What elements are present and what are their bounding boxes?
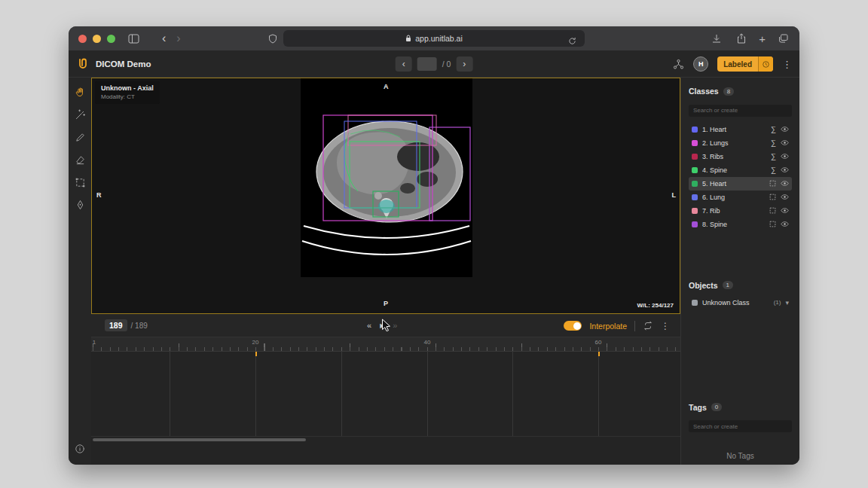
series-name: Unknown - Axial xyxy=(101,84,154,92)
class-color-swatch xyxy=(692,208,698,214)
modality-label: Modality: CT xyxy=(101,93,154,100)
address-bar[interactable]: app.unitlab.ai xyxy=(283,30,585,47)
tags-search-input[interactable] xyxy=(689,420,792,432)
keyframe-marker[interactable] xyxy=(598,352,600,356)
eye-icon[interactable] xyxy=(781,139,789,146)
eye-icon[interactable] xyxy=(781,126,789,133)
timeline-footer xyxy=(91,437,680,465)
gridline xyxy=(170,352,170,436)
reload-icon[interactable] xyxy=(564,33,579,48)
labeled-status-button[interactable]: Labeled xyxy=(717,56,773,72)
workspace: Unknown - Axial Modality: CT A R L P W/L… xyxy=(91,78,680,465)
header-menu-icon[interactable]: ⋮ xyxy=(782,59,792,70)
class-color-swatch xyxy=(692,194,698,200)
new-tab-icon[interactable]: + xyxy=(759,33,766,44)
bounding-box-tool[interactable] xyxy=(72,174,88,191)
prev-frame-button[interactable]: ‹ xyxy=(396,56,412,72)
segmentation-icon[interactable]: ∑ xyxy=(771,166,776,174)
class-row[interactable]: 6. Lung xyxy=(689,191,792,204)
project-title: DICOM Demo xyxy=(96,59,151,69)
class-row[interactable]: 8. Spine xyxy=(689,218,792,231)
viewer-canvas[interactable]: Unknown - Axial Modality: CT A R L P W/L… xyxy=(91,78,680,314)
class-color-swatch xyxy=(692,167,698,173)
frame-counter-total: / 0 xyxy=(442,59,451,69)
polygon-pen-tool[interactable] xyxy=(72,197,88,213)
class-row[interactable]: 3. Ribs ∑ xyxy=(689,150,792,163)
gridline xyxy=(255,352,256,436)
keyframe-marker[interactable] xyxy=(255,352,257,356)
object-count: (1) xyxy=(774,299,781,306)
zoom-window-button[interactable] xyxy=(107,35,115,43)
classes-search-input[interactable] xyxy=(689,105,792,117)
tab-overview-icon[interactable] xyxy=(775,31,790,46)
total-frames-label: / 189 xyxy=(131,322,148,330)
tags-search xyxy=(689,418,792,433)
segmentation-icon[interactable]: ∑ xyxy=(771,126,776,133)
url-text: app.unitlab.ai xyxy=(415,34,462,43)
eye-icon[interactable] xyxy=(781,207,789,214)
timeline-menu-icon[interactable]: ⋮ xyxy=(661,321,670,331)
eye-icon[interactable] xyxy=(781,194,789,200)
bbox-icon[interactable] xyxy=(769,207,776,214)
class-label: 2. Lungs xyxy=(702,139,766,147)
brush-tool[interactable] xyxy=(72,129,88,145)
eye-icon[interactable] xyxy=(781,180,789,187)
eraser-tool[interactable] xyxy=(72,151,88,168)
magic-wand-tool[interactable] xyxy=(72,106,88,123)
segmentation-icon[interactable]: ∑ xyxy=(771,153,776,160)
history-clock-icon[interactable] xyxy=(758,56,773,72)
class-label: 3. Ribs xyxy=(702,153,766,160)
workflow-icon[interactable] xyxy=(673,59,684,70)
bbox-icon[interactable] xyxy=(769,194,776,200)
browser-toolbar: ‹ › app.unitlab.ai + xyxy=(69,26,799,50)
orientation-posterior: P xyxy=(384,300,388,307)
avatar[interactable]: H xyxy=(693,56,708,72)
chevron-down-icon[interactable]: ▾ xyxy=(785,299,789,307)
next-frame-button[interactable]: › xyxy=(456,56,472,72)
hand-tool[interactable] xyxy=(72,84,88,100)
share-icon[interactable] xyxy=(734,31,749,46)
bbox-icon[interactable] xyxy=(769,180,776,187)
orientation-left: L xyxy=(672,191,677,199)
interpolate-toggle[interactable] xyxy=(564,321,582,331)
loop-icon[interactable] xyxy=(643,321,653,331)
class-row[interactable]: 7. Rib xyxy=(689,204,792,218)
downloads-icon[interactable] xyxy=(709,31,724,46)
class-row[interactable]: 4. Spine ∑ xyxy=(689,163,792,177)
class-row[interactable]: 1. Heart ∑ xyxy=(689,123,792,136)
browser-back-button[interactable]: ‹ xyxy=(162,32,166,44)
objects-title: Objects xyxy=(689,281,718,290)
object-row[interactable]: Unknown Class (1) ▾ xyxy=(689,296,792,310)
interpolate-label: Interpolate xyxy=(589,322,627,331)
bbox-icon[interactable] xyxy=(769,221,776,227)
current-frame-field[interactable]: 189 xyxy=(105,319,127,331)
classes-count-badge: 8 xyxy=(723,87,734,96)
lock-icon xyxy=(405,35,411,42)
close-window-button[interactable] xyxy=(78,35,87,43)
frame-number-input[interactable] xyxy=(417,57,437,71)
sidebar-toggle-icon[interactable] xyxy=(126,31,141,46)
class-row-selected[interactable]: 5. Heart xyxy=(689,177,792,191)
info-icon[interactable] xyxy=(75,444,85,457)
fast-forward-button[interactable]: » xyxy=(393,322,397,330)
horizontal-scrollbar[interactable] xyxy=(93,438,306,441)
class-color-swatch xyxy=(692,154,698,160)
class-row[interactable]: 2. Lungs ∑ xyxy=(689,136,792,150)
timeline-track[interactable] xyxy=(91,352,680,437)
frame-navigation: ‹ / 0 › xyxy=(396,50,473,78)
browser-window: ‹ › app.unitlab.ai + xyxy=(69,26,799,465)
minimize-window-button[interactable] xyxy=(93,35,101,43)
timeline-ruler[interactable]: 1 20 40 60 xyxy=(91,337,680,352)
eye-icon[interactable] xyxy=(781,166,789,173)
rewind-button[interactable]: « xyxy=(367,322,371,330)
ruler-label: 20 xyxy=(252,339,259,346)
object-label: Unknown Class xyxy=(702,299,769,307)
browser-forward-button[interactable]: › xyxy=(176,32,180,44)
privacy-shield-icon[interactable] xyxy=(265,31,280,46)
eye-icon[interactable] xyxy=(781,221,789,227)
eye-icon[interactable] xyxy=(781,153,789,160)
segmentation-icon[interactable]: ∑ xyxy=(771,139,776,147)
objects-count-badge: 1 xyxy=(723,281,733,289)
class-label: 8. Spine xyxy=(702,221,765,228)
app-header: DICOM Demo ‹ / 0 › H Labeled ⋮ xyxy=(69,50,799,78)
